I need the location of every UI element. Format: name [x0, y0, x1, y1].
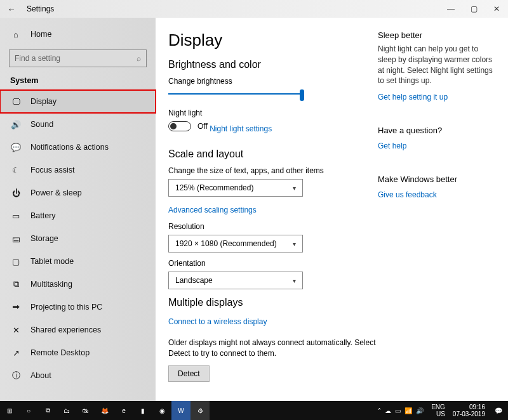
multidisp-info: Older displays might not always connect … — [168, 338, 378, 359]
sound-icon: 🔊 — [10, 120, 22, 129]
focus-icon: ☾ — [10, 166, 22, 175]
sidebar-item-label: Display — [30, 97, 57, 106]
nightlight-label: Night light — [168, 108, 378, 117]
language-indicator[interactable]: ENG US — [427, 404, 449, 417]
battery-tray-icon[interactable]: ▭ — [395, 407, 401, 414]
brightness-heading: Brightness and color — [168, 59, 378, 70]
question-heading: Have a question? — [378, 126, 495, 135]
tray-chevron-icon[interactable]: ˄ — [378, 407, 381, 414]
nightlight-settings-link[interactable]: Night light settings — [210, 124, 272, 133]
sleep-better-heading: Sleep better — [378, 30, 495, 40]
sidebar-item-label: Multitasking — [30, 280, 72, 289]
terminal-icon[interactable]: ▮ — [133, 401, 152, 420]
remote-icon: ↗ — [10, 348, 22, 358]
taskbar: ⊞ ○ ⧉ 🗂 🛍 🦊 e ▮ ◉ W ⚙ ˄ ☁ ▭ 📶 🔊 ENG US 0… — [0, 401, 508, 420]
orientation-label: Orientation — [168, 259, 378, 268]
detect-button[interactable]: Detect — [168, 365, 210, 382]
size-select[interactable]: 125% (Recommended) ▾ — [168, 179, 303, 197]
settings-content: Display Brightness and color Change brig… — [168, 30, 378, 401]
sidebar-item-storage[interactable]: 🖴 Storage — [0, 227, 156, 250]
get-help-link[interactable]: Get help — [378, 141, 406, 150]
word-icon[interactable]: W — [171, 401, 190, 420]
search-input[interactable]: Find a setting ⌕ — [9, 49, 147, 67]
brightness-slider[interactable] — [168, 89, 302, 98]
nightlight-toggle[interactable] — [168, 121, 191, 131]
tablet-icon: ▢ — [10, 257, 22, 266]
about-icon: ⓘ — [10, 370, 22, 381]
firefox-icon[interactable]: 🦊 — [95, 401, 114, 420]
feedback-link[interactable]: Give us feedback — [378, 190, 437, 199]
scale-heading: Scale and layout — [168, 148, 378, 160]
sidebar-item-shared[interactable]: ✕ Shared experiences — [0, 318, 156, 341]
sidebar-item-about[interactable]: ⓘ About — [0, 364, 156, 387]
shared-icon: ✕ — [10, 325, 22, 335]
category-label: System — [0, 74, 156, 90]
size-label: Change the size of text, apps, and other… — [168, 166, 378, 175]
multidisp-heading: Multiple displays — [168, 297, 378, 308]
sidebar-item-tablet[interactable]: ▢ Tablet mode — [0, 250, 156, 273]
sidebar: ⌂ Home Find a setting ⌕ System 🖵 Display… — [0, 18, 156, 401]
sidebar-item-label: Tablet mode — [30, 257, 74, 266]
brightness-label: Change brightness — [168, 77, 378, 86]
sidebar-item-focus[interactable]: ☾ Focus assist — [0, 159, 156, 181]
notifications-icon: 💬 — [10, 143, 22, 152]
orientation-select[interactable]: Landscape ▾ — [168, 272, 303, 289]
sidebar-item-label: Battery — [30, 211, 56, 220]
slider-thumb[interactable] — [300, 89, 304, 101]
window-title: Settings — [27, 4, 54, 13]
volume-icon[interactable]: 🔊 — [416, 407, 424, 414]
projecting-icon: ⮕ — [10, 303, 22, 312]
sidebar-item-label: About — [30, 371, 51, 380]
clock[interactable]: 09:16 07-03-2019 — [449, 404, 489, 417]
sidebar-item-label: Projecting to this PC — [30, 303, 102, 312]
sidebar-item-remote[interactable]: ↗ Remote Desktop — [0, 341, 156, 364]
page-title: Display — [168, 30, 378, 50]
minimize-button[interactable]: — — [439, 4, 462, 13]
battery-icon: ▭ — [10, 211, 22, 221]
search-button[interactable]: ○ — [19, 401, 38, 420]
connect-wireless-link[interactable]: Connect to a wireless display — [168, 317, 267, 326]
search-icon: ⌕ — [137, 54, 141, 63]
onedrive-icon[interactable]: ☁ — [385, 407, 391, 414]
orientation-value: Landscape — [175, 276, 213, 285]
start-button[interactable]: ⊞ — [0, 401, 19, 420]
multitask-icon: ⧉ — [10, 279, 22, 289]
store-icon[interactable]: 🛍 — [76, 401, 95, 420]
storage-icon: 🖴 — [10, 234, 22, 244]
settings-taskbar-icon[interactable]: ⚙ — [190, 401, 210, 420]
home-label: Home — [30, 30, 51, 39]
edge-icon[interactable]: e — [114, 401, 133, 420]
sidebar-item-label: Shared experiences — [30, 325, 101, 334]
maximize-button[interactable]: ▢ — [462, 4, 485, 13]
resolution-value: 1920 × 1080 (Recommended) — [175, 239, 277, 248]
power-icon: ⏻ — [10, 188, 22, 198]
sidebar-item-multitasking[interactable]: ⧉ Multitasking — [0, 273, 156, 296]
sidebar-item-power[interactable]: ⏻ Power & sleep — [0, 181, 156, 204]
display-icon: 🖵 — [10, 97, 22, 107]
nightlight-state: Off — [197, 122, 208, 131]
size-value: 125% (Recommended) — [175, 183, 253, 192]
resolution-select[interactable]: 1920 × 1080 (Recommended) ▾ — [168, 235, 303, 253]
home-button[interactable]: ⌂ Home — [0, 23, 156, 46]
sidebar-item-label: Power & sleep — [30, 188, 82, 197]
sleep-help-link[interactable]: Get help setting it up — [378, 93, 448, 102]
wifi-icon[interactable]: 📶 — [404, 407, 412, 414]
chrome-icon[interactable]: ◉ — [152, 401, 171, 420]
sidebar-item-display[interactable]: 🖵 Display — [0, 90, 156, 113]
taskview-button[interactable]: ⧉ — [38, 401, 57, 420]
home-icon: ⌂ — [10, 30, 22, 39]
sidebar-item-notifications[interactable]: 💬 Notifications & actions — [0, 136, 156, 159]
sidebar-item-battery[interactable]: ▭ Battery — [0, 204, 156, 227]
info-panel: Sleep better Night light can help you ge… — [378, 30, 508, 401]
explorer-icon[interactable]: 🗂 — [57, 401, 76, 420]
action-center-icon[interactable]: 💬 — [489, 401, 508, 420]
better-heading: Make Windows better — [378, 174, 495, 184]
sidebar-item-projecting[interactable]: ⮕ Projecting to this PC — [0, 296, 156, 318]
close-button[interactable]: ✕ — [485, 4, 508, 13]
back-button[interactable]: ← — [5, 4, 18, 14]
system-tray[interactable]: ˄ ☁ ▭ 📶 🔊 — [378, 407, 427, 414]
advanced-scaling-link[interactable]: Advanced scaling settings — [168, 206, 257, 214]
sidebar-item-label: Focus assist — [30, 166, 74, 174]
sidebar-item-label: Notifications & actions — [30, 143, 109, 152]
sidebar-item-sound[interactable]: 🔊 Sound — [0, 113, 156, 136]
